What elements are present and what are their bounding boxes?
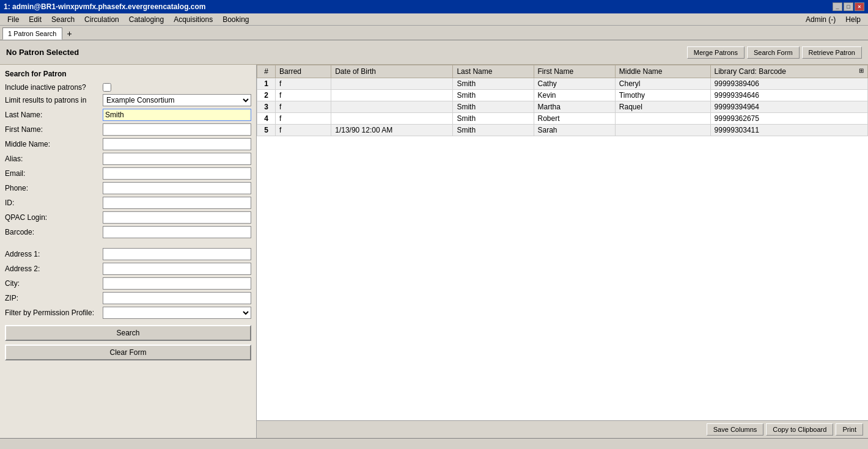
save-columns-button[interactable]: Save Columns xyxy=(707,423,764,436)
results-table-container: # Barred Date of Birth Last Name First N… xyxy=(257,65,868,420)
email-label: Email: xyxy=(5,169,103,178)
cell-last: Smith xyxy=(453,101,534,113)
alias-label: Alias: xyxy=(5,155,103,163)
cell-first: Sarah xyxy=(534,125,615,136)
cell-num: 1 xyxy=(257,78,276,90)
barcode-input[interactable] xyxy=(103,226,251,238)
include-inactive-label: Include inactive patrons? xyxy=(5,83,103,92)
menu-admin[interactable]: Admin (-) xyxy=(801,15,840,24)
col-first: First Name xyxy=(534,65,615,78)
menu-search[interactable]: Search xyxy=(46,15,79,24)
include-inactive-row: Include inactive patrons? xyxy=(5,83,251,92)
phone-row: Phone: xyxy=(5,182,251,194)
tab-patron-search[interactable]: 1 Patron Search xyxy=(2,27,62,40)
middle-name-row: Middle Name: xyxy=(5,138,251,150)
zip-row: ZIP: xyxy=(5,292,251,304)
cell-middle: Raquel xyxy=(615,101,710,113)
address2-row: Address 2: xyxy=(5,263,251,275)
tab-add-button[interactable]: + xyxy=(64,27,76,40)
menu-file[interactable]: File xyxy=(2,15,24,24)
copy-to-clipboard-button[interactable]: Copy to Clipboard xyxy=(766,423,833,436)
last-name-label: Last Name: xyxy=(5,111,103,119)
city-label: City: xyxy=(5,279,103,288)
print-button[interactable]: Print xyxy=(836,423,863,436)
cell-barcode: 99999394964 xyxy=(710,101,867,113)
header-buttons: Merge Patrons Search Form Retrieve Patro… xyxy=(687,46,862,59)
clear-form-button[interactable]: Clear Form xyxy=(5,345,251,360)
body-area: Search for Patron Include inactive patro… xyxy=(0,65,868,438)
cell-barred: f xyxy=(276,113,331,125)
header-bar: No Patron Selected Merge Patrons Search … xyxy=(0,40,868,65)
city-input[interactable] xyxy=(103,277,251,290)
permission-profile-select[interactable] xyxy=(103,307,251,319)
col-last: Last Name xyxy=(453,65,534,78)
search-form-button[interactable]: Search Form xyxy=(747,46,800,59)
menu-cataloging[interactable]: Cataloging xyxy=(124,15,169,24)
col-barred: Barred xyxy=(276,65,331,78)
merge-patrons-button[interactable]: Merge Patrons xyxy=(687,46,745,59)
table-row[interactable]: 4 f Smith Robert 99999362675 xyxy=(257,113,868,125)
middle-name-input[interactable] xyxy=(103,138,251,150)
menu-edit[interactable]: Edit xyxy=(24,15,46,24)
cell-barred: f xyxy=(276,101,331,113)
last-name-row: Last Name: xyxy=(5,109,251,121)
search-button[interactable]: Search xyxy=(5,325,251,341)
permission-profile-label: Filter by Permission Profile: xyxy=(5,308,103,317)
cell-num: 3 xyxy=(257,101,276,113)
menu-booking[interactable]: Booking xyxy=(218,15,254,24)
col-resize-icon: ⊞ xyxy=(859,67,864,74)
menu-help[interactable]: Help xyxy=(840,15,866,24)
title-bar-left: 1: admin@BR1-winxpvmfx.phasefx.evergreen… xyxy=(4,2,205,11)
main-content: No Patron Selected Merge Patrons Search … xyxy=(0,40,868,449)
menu-circulation[interactable]: Circulation xyxy=(79,15,124,24)
col-num: # xyxy=(257,65,276,78)
phone-label: Phone: xyxy=(5,184,103,192)
cell-last: Smith xyxy=(453,125,534,136)
alias-input[interactable] xyxy=(103,153,251,165)
title-bar: 1: admin@BR1-winxpvmfx.phasefx.evergreen… xyxy=(0,0,868,13)
opac-login-input[interactable] xyxy=(103,211,251,224)
cell-first: Martha xyxy=(534,101,615,113)
cell-barcode: 99999362675 xyxy=(710,113,867,125)
table-row[interactable]: 1 f Smith Cathy Cheryl 99999389406 xyxy=(257,78,868,90)
address2-input[interactable] xyxy=(103,263,251,275)
alias-row: Alias: xyxy=(5,153,251,165)
retrieve-patron-button[interactable]: Retrieve Patron xyxy=(802,46,862,59)
cell-first: Cathy xyxy=(534,78,615,90)
zip-input[interactable] xyxy=(103,292,251,304)
opac-login-label: QPAC Login: xyxy=(5,213,103,222)
city-row: City: xyxy=(5,277,251,290)
menu-acquisitions[interactable]: Acquisitions xyxy=(169,15,218,24)
cell-dob xyxy=(331,90,453,101)
cell-first: Kevin xyxy=(534,90,615,101)
table-row[interactable]: 2 f Smith Kevin Timothy 99999394646 xyxy=(257,90,868,101)
phone-input[interactable] xyxy=(103,182,251,194)
cell-barred: f xyxy=(276,78,331,90)
table-row[interactable]: 5 f 1/13/90 12:00 AM Smith Sarah 9999930… xyxy=(257,125,868,136)
cell-barred: f xyxy=(276,90,331,101)
no-patron-label: No Patron Selected xyxy=(6,48,79,57)
email-input[interactable] xyxy=(103,167,251,180)
middle-name-label: Middle Name: xyxy=(5,140,103,148)
menu-bar: File Edit Search Circulation Cataloging … xyxy=(0,13,868,26)
id-label: ID: xyxy=(5,199,103,207)
cell-middle: Cheryl xyxy=(615,78,710,90)
minimize-button[interactable]: _ xyxy=(833,2,842,11)
results-table: # Barred Date of Birth Last Name First N… xyxy=(257,65,868,136)
barcode-label: Barcode: xyxy=(5,228,103,236)
include-inactive-checkbox[interactable] xyxy=(103,83,111,92)
tab-bar: 1 Patron Search + ✕ xyxy=(0,26,868,40)
first-name-input[interactable] xyxy=(103,123,251,136)
cell-barcode: 99999303411 xyxy=(710,125,867,136)
search-panel: Search for Patron Include inactive patro… xyxy=(0,65,257,438)
id-row: ID: xyxy=(5,197,251,209)
id-input[interactable] xyxy=(103,197,251,209)
table-row[interactable]: 3 f Smith Martha Raquel 99999394964 xyxy=(257,101,868,113)
last-name-input[interactable] xyxy=(103,109,251,121)
maximize-button[interactable]: □ xyxy=(844,2,853,11)
library-select[interactable]: Example Consortium xyxy=(103,94,251,106)
cell-last: Smith xyxy=(453,90,534,101)
cell-middle xyxy=(615,113,710,125)
address1-input[interactable] xyxy=(103,248,251,260)
close-window-button[interactable]: × xyxy=(855,2,864,11)
